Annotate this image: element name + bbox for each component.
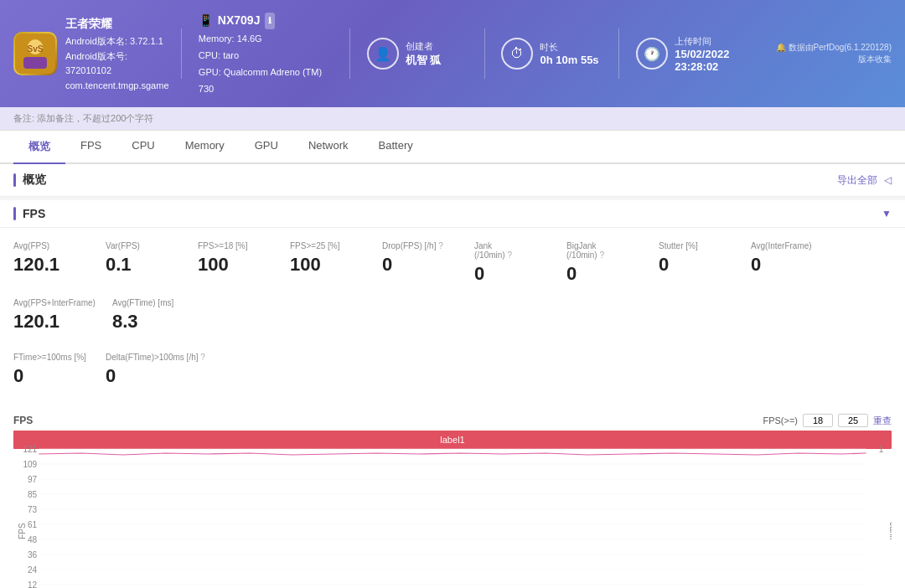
app-text: 王者荣耀 Android版本名: 3.72.1.1 Android版本号: 37… [65, 14, 169, 94]
fps-filter: FPS(>=) 重查 [763, 414, 892, 427]
app-icon: SvS [13, 32, 57, 75]
fps-query-button[interactable]: 重查 [873, 415, 892, 427]
app-info: SvS 王者荣耀 Android版本名: 3.72.1.1 Android版本号… [13, 14, 164, 94]
stats-grid-2: FTime>=100ms [%] 0 Delta(FTime)>100ms [/… [0, 353, 905, 407]
help-icon4[interactable]: ? [200, 353, 205, 362]
chart-fps-label: FPS [13, 415, 33, 426]
svg-rect-6 [13, 449, 866, 588]
svg-text:73: 73 [28, 505, 38, 514]
export-button[interactable]: 导出全部 [837, 173, 877, 188]
divider2 [349, 28, 350, 79]
stat-fps-gte25: FPS>=25 [%] 100 [290, 241, 365, 285]
stat-ftime100: FTime>=100ms [%] 0 [13, 353, 89, 387]
upload-icon: 🕐 [636, 38, 668, 70]
divider3 [484, 28, 485, 79]
section-bar [13, 173, 16, 187]
svg-text:97: 97 [28, 475, 38, 484]
overview-header: 概览 导出全部 ◁ [0, 164, 905, 197]
fps-val2-input[interactable] [838, 414, 868, 427]
stat-delta-ftime: Delta(FTime)>100ms [/h] ? 0 [106, 353, 205, 387]
tab-gpu[interactable]: GPU [240, 131, 293, 164]
content: 概览 导出全部 ◁ FPS ▼ Avg(FPS) 120.1 Var(FPS) … [0, 164, 905, 588]
stat-bigjank: BigJank(/10min) ? 0 [566, 241, 642, 285]
stat-jank: Jank(/10min) ? 0 [474, 241, 550, 285]
svg-text:121: 121 [23, 445, 37, 454]
svg-rect-2 [23, 57, 47, 69]
help-icon[interactable]: ? [438, 241, 443, 250]
svg-text:1: 1 [879, 445, 884, 454]
overview-title: 概览 [13, 173, 46, 188]
fps-title: FPS [13, 207, 45, 220]
tab-cpu[interactable]: CPU [116, 131, 169, 164]
android-version1: Android版本名: 3.72.1.1 [65, 34, 169, 49]
stat-avg-ftime: Avg(FTime) [ms] 8.3 [112, 298, 188, 333]
data-source: 🔔 数据由PerfDog(6.1.220128)版本收集 [768, 42, 892, 65]
tab-overview[interactable]: 概览 [13, 131, 65, 164]
svg-text:Jank: Jank [888, 523, 892, 541]
svg-text:48: 48 [28, 535, 38, 544]
help-icon2[interactable]: ? [507, 250, 512, 260]
tab-battery[interactable]: Battery [364, 131, 428, 164]
help-icon3[interactable]: ? [599, 250, 604, 260]
svg-text:85: 85 [28, 490, 38, 499]
chart-svg: label1 121 1 [13, 431, 892, 588]
stat-avg-fps: Avg(FPS) 120.1 [13, 241, 89, 285]
device-info: 📱 NX709J ℹ Memory: 14.6G CPU: taro GPU: … [199, 10, 333, 97]
fps-header: FPS ▼ [0, 200, 905, 228]
fps-collapse-icon[interactable]: ▼ [882, 208, 892, 219]
stat-drop-fps: Drop(FPS) [/h] ? 0 [382, 241, 458, 285]
chart-area: FPS FPS(>=) 重查 label1 [0, 407, 905, 588]
tab-network[interactable]: Network [293, 131, 364, 164]
tab-memory[interactable]: Memory [170, 131, 240, 164]
android-version2: Android版本号: 372010102 [65, 49, 169, 79]
svg-text:61: 61 [28, 520, 38, 529]
fps-container: FPS ▼ Avg(FPS) 120.1 Var(FPS) 0.1 FPS>=1… [0, 200, 905, 588]
svg-text:label1: label1 [440, 435, 465, 445]
divider4 [618, 28, 619, 79]
creator-icon: 👤 [367, 38, 399, 70]
package-name: com.tencent.tmgp.sgame [65, 79, 169, 94]
tab-fps[interactable]: FPS [65, 131, 116, 164]
duration-block: ⏱ 时长 0h 10m 55s [501, 38, 602, 70]
app-name: 王者荣耀 [65, 14, 169, 33]
fps-section-bar [13, 207, 16, 220]
upload-block: 🕐 上传时间 15/02/2022 23:28:02 [636, 35, 752, 73]
nav-tabs: 概览 FPS CPU Memory GPU Network Battery [0, 131, 905, 164]
collapse-icon[interactable]: ◁ [884, 174, 892, 186]
header: SvS 王者荣耀 Android版本名: 3.72.1.1 Android版本号… [0, 0, 905, 107]
duration-icon: ⏱ [501, 38, 533, 70]
stat-var-fps: Var(FPS) 0.1 [106, 241, 181, 285]
stat-fps-gte18: FPS>=18 [%] 100 [198, 241, 273, 285]
svg-text:36: 36 [28, 550, 38, 560]
chart-controls: FPS FPS(>=) 重查 [13, 414, 892, 427]
creator-block: 👤 创建者 机智 狐 [367, 38, 468, 70]
svg-text:109: 109 [23, 460, 37, 469]
fps-chart: label1 121 1 [13, 431, 892, 588]
stat-stutter: Stutter [%] 0 [659, 241, 734, 285]
fps-val1-input[interactable] [803, 414, 833, 427]
svg-text:12: 12 [28, 580, 38, 588]
stat-avg-interframe: Avg(InterFrame) 0 [751, 241, 826, 285]
svg-text:24: 24 [28, 565, 38, 575]
note-bar[interactable]: 备注: 添加备注，不超过200个字符 [0, 107, 905, 131]
stat-avg-fps-interframe: Avg(FPS+InterFrame) 120.1 [13, 298, 96, 333]
svg-text:FPS: FPS [18, 523, 27, 539]
device-name: 📱 NX709J ℹ [199, 10, 333, 31]
stats-grid: Avg(FPS) 120.1 Var(FPS) 0.1 FPS>=18 [%] … [0, 228, 905, 353]
svg-text:SvS: SvS [28, 44, 44, 54]
divider [181, 28, 182, 79]
